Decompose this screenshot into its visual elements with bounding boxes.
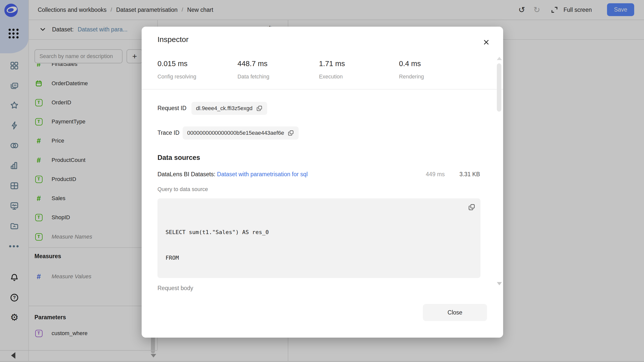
scroll-up-icon[interactable] — [497, 57, 502, 60]
app-window: Collections and workbooks / Dataset para… — [0, 0, 644, 362]
trace-id-pill: 0000000000000000b5e15eae443aef6e — [183, 126, 299, 140]
source-size: 3.31 KB — [456, 171, 480, 178]
request-body-section: Request body — [157, 285, 258, 291]
close-button[interactable]: Close — [423, 304, 487, 321]
query-label: Query to data source — [157, 186, 208, 193]
stat-rendering-label: Rendering — [399, 74, 424, 80]
copy-icon[interactable] — [288, 130, 294, 136]
sql-line: SELECT sum(t1."Sales") AS res_0 — [166, 228, 475, 237]
stat-data-fetching-value: 448.7 ms — [237, 60, 267, 68]
trace-id-label: Trace ID — [157, 129, 179, 136]
request-id-label: Request ID — [157, 105, 186, 112]
request-id-pill: dl.9eee4_ck.ffi3z5exgd — [191, 102, 267, 115]
stat-data-fetching-label: Data fetching — [237, 74, 269, 80]
stat-execution-value: 1.71 ms — [319, 60, 345, 68]
modal-scrollbar[interactable] — [497, 63, 501, 112]
close-icon — [482, 38, 490, 46]
stat-config-resolving-label: Config resolving — [157, 74, 196, 80]
stat-rendering-value: 0.4 ms — [399, 60, 421, 68]
source-time: 449 ms — [423, 171, 445, 178]
close-dialog-button[interactable] — [481, 37, 492, 48]
source-dataset-link[interactable]: Dataset with parametrisation for sql — [217, 171, 308, 177]
inspector-dialog: Inspector 0.015 ms Config resolving 448.… — [142, 27, 503, 338]
copy-icon[interactable] — [256, 105, 263, 112]
request-body-label: Request body — [157, 285, 193, 291]
request-id-value: dl.9eee4_ck.ffi3z5exgd — [196, 105, 253, 112]
sql-line: FROM — [166, 254, 475, 262]
source-label: DataLens BI Datasets: — [157, 171, 215, 177]
sql-query-block: SELECT sum(t1."Sales") AS res_0 FROM ( S… — [157, 198, 480, 278]
stat-config-resolving-value: 0.015 ms — [157, 60, 187, 68]
copy-icon[interactable] — [468, 203, 475, 211]
data-sources-header: Data sources — [157, 154, 200, 162]
dialog-title: Inspector — [157, 35, 188, 44]
divider — [142, 89, 503, 89]
trace-id-value: 0000000000000000b5e15eae443aef6e — [187, 130, 284, 136]
data-source-row: DataLens BI Datasets: Dataset with param… — [157, 171, 480, 178]
scroll-down-icon[interactable] — [497, 282, 502, 285]
stat-execution-label: Execution — [319, 74, 343, 80]
